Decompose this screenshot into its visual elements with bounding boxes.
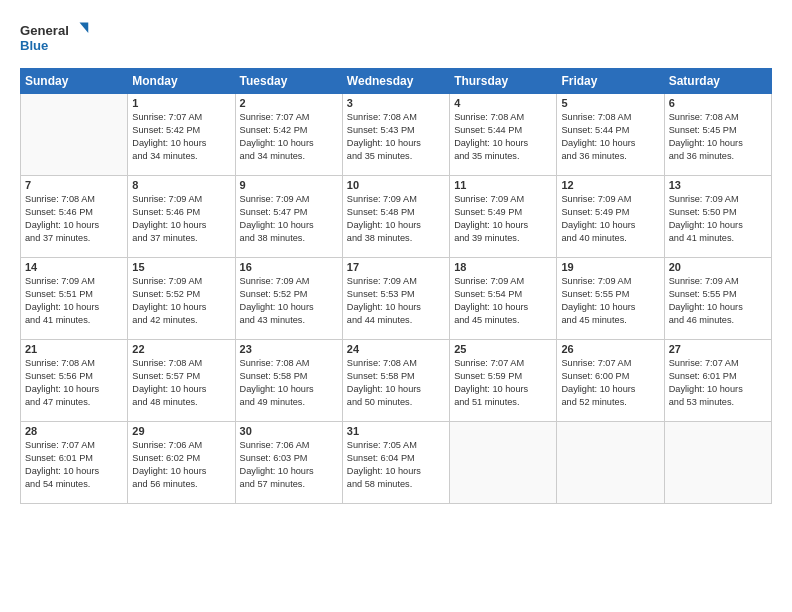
day-cell: [557, 422, 664, 504]
day-cell: 6Sunrise: 7:08 AM Sunset: 5:45 PM Daylig…: [664, 94, 771, 176]
day-cell: 20Sunrise: 7:09 AM Sunset: 5:55 PM Dayli…: [664, 258, 771, 340]
day-number: 26: [561, 343, 659, 355]
day-number: 1: [132, 97, 230, 109]
day-info: Sunrise: 7:08 AM Sunset: 5:57 PM Dayligh…: [132, 357, 230, 409]
day-info: Sunrise: 7:09 AM Sunset: 5:49 PM Dayligh…: [454, 193, 552, 245]
day-cell: 11Sunrise: 7:09 AM Sunset: 5:49 PM Dayli…: [450, 176, 557, 258]
day-cell: 10Sunrise: 7:09 AM Sunset: 5:48 PM Dayli…: [342, 176, 449, 258]
day-number: 14: [25, 261, 123, 273]
day-number: 12: [561, 179, 659, 191]
day-number: 24: [347, 343, 445, 355]
day-cell: 30Sunrise: 7:06 AM Sunset: 6:03 PM Dayli…: [235, 422, 342, 504]
week-row-1: 1Sunrise: 7:07 AM Sunset: 5:42 PM Daylig…: [21, 94, 772, 176]
week-row-3: 14Sunrise: 7:09 AM Sunset: 5:51 PM Dayli…: [21, 258, 772, 340]
svg-text:Blue: Blue: [20, 38, 48, 53]
weekday-header-sunday: Sunday: [21, 69, 128, 94]
day-info: Sunrise: 7:07 AM Sunset: 6:01 PM Dayligh…: [669, 357, 767, 409]
day-number: 27: [669, 343, 767, 355]
day-info: Sunrise: 7:09 AM Sunset: 5:50 PM Dayligh…: [669, 193, 767, 245]
day-number: 29: [132, 425, 230, 437]
week-row-4: 21Sunrise: 7:08 AM Sunset: 5:56 PM Dayli…: [21, 340, 772, 422]
day-info: Sunrise: 7:08 AM Sunset: 5:45 PM Dayligh…: [669, 111, 767, 163]
day-info: Sunrise: 7:05 AM Sunset: 6:04 PM Dayligh…: [347, 439, 445, 491]
day-info: Sunrise: 7:09 AM Sunset: 5:55 PM Dayligh…: [669, 275, 767, 327]
svg-marker-2: [80, 22, 89, 33]
day-number: 8: [132, 179, 230, 191]
day-number: 4: [454, 97, 552, 109]
day-cell: 27Sunrise: 7:07 AM Sunset: 6:01 PM Dayli…: [664, 340, 771, 422]
day-cell: 4Sunrise: 7:08 AM Sunset: 5:44 PM Daylig…: [450, 94, 557, 176]
day-number: 22: [132, 343, 230, 355]
day-cell: 24Sunrise: 7:08 AM Sunset: 5:58 PM Dayli…: [342, 340, 449, 422]
day-info: Sunrise: 7:08 AM Sunset: 5:44 PM Dayligh…: [561, 111, 659, 163]
day-cell: 19Sunrise: 7:09 AM Sunset: 5:55 PM Dayli…: [557, 258, 664, 340]
weekday-header-friday: Friday: [557, 69, 664, 94]
day-cell: 2Sunrise: 7:07 AM Sunset: 5:42 PM Daylig…: [235, 94, 342, 176]
day-info: Sunrise: 7:08 AM Sunset: 5:43 PM Dayligh…: [347, 111, 445, 163]
day-info: Sunrise: 7:08 AM Sunset: 5:58 PM Dayligh…: [347, 357, 445, 409]
day-number: 15: [132, 261, 230, 273]
day-info: Sunrise: 7:09 AM Sunset: 5:54 PM Dayligh…: [454, 275, 552, 327]
day-info: Sunrise: 7:07 AM Sunset: 6:00 PM Dayligh…: [561, 357, 659, 409]
day-cell: 15Sunrise: 7:09 AM Sunset: 5:52 PM Dayli…: [128, 258, 235, 340]
day-cell: 22Sunrise: 7:08 AM Sunset: 5:57 PM Dayli…: [128, 340, 235, 422]
day-info: Sunrise: 7:07 AM Sunset: 6:01 PM Dayligh…: [25, 439, 123, 491]
day-info: Sunrise: 7:09 AM Sunset: 5:55 PM Dayligh…: [561, 275, 659, 327]
day-number: 17: [347, 261, 445, 273]
logo-svg: General Blue: [20, 18, 90, 60]
page: General Blue SundayMondayTuesdayWednesda…: [0, 0, 792, 612]
day-cell: [21, 94, 128, 176]
day-cell: 1Sunrise: 7:07 AM Sunset: 5:42 PM Daylig…: [128, 94, 235, 176]
day-cell: 14Sunrise: 7:09 AM Sunset: 5:51 PM Dayli…: [21, 258, 128, 340]
weekday-header-row: SundayMondayTuesdayWednesdayThursdayFrid…: [21, 69, 772, 94]
day-cell: 9Sunrise: 7:09 AM Sunset: 5:47 PM Daylig…: [235, 176, 342, 258]
calendar: SundayMondayTuesdayWednesdayThursdayFrid…: [20, 68, 772, 504]
day-info: Sunrise: 7:08 AM Sunset: 5:58 PM Dayligh…: [240, 357, 338, 409]
day-cell: 29Sunrise: 7:06 AM Sunset: 6:02 PM Dayli…: [128, 422, 235, 504]
day-info: Sunrise: 7:09 AM Sunset: 5:51 PM Dayligh…: [25, 275, 123, 327]
day-info: Sunrise: 7:07 AM Sunset: 5:42 PM Dayligh…: [240, 111, 338, 163]
day-cell: 8Sunrise: 7:09 AM Sunset: 5:46 PM Daylig…: [128, 176, 235, 258]
day-info: Sunrise: 7:06 AM Sunset: 6:03 PM Dayligh…: [240, 439, 338, 491]
day-cell: 23Sunrise: 7:08 AM Sunset: 5:58 PM Dayli…: [235, 340, 342, 422]
weekday-header-tuesday: Tuesday: [235, 69, 342, 94]
day-cell: 13Sunrise: 7:09 AM Sunset: 5:50 PM Dayli…: [664, 176, 771, 258]
day-info: Sunrise: 7:07 AM Sunset: 5:42 PM Dayligh…: [132, 111, 230, 163]
day-cell: 17Sunrise: 7:09 AM Sunset: 5:53 PM Dayli…: [342, 258, 449, 340]
day-number: 13: [669, 179, 767, 191]
day-number: 7: [25, 179, 123, 191]
day-cell: 26Sunrise: 7:07 AM Sunset: 6:00 PM Dayli…: [557, 340, 664, 422]
day-number: 18: [454, 261, 552, 273]
day-cell: 7Sunrise: 7:08 AM Sunset: 5:46 PM Daylig…: [21, 176, 128, 258]
day-number: 10: [347, 179, 445, 191]
week-row-5: 28Sunrise: 7:07 AM Sunset: 6:01 PM Dayli…: [21, 422, 772, 504]
day-info: Sunrise: 7:09 AM Sunset: 5:46 PM Dayligh…: [132, 193, 230, 245]
day-number: 16: [240, 261, 338, 273]
day-cell: [450, 422, 557, 504]
day-info: Sunrise: 7:09 AM Sunset: 5:49 PM Dayligh…: [561, 193, 659, 245]
day-info: Sunrise: 7:08 AM Sunset: 5:56 PM Dayligh…: [25, 357, 123, 409]
day-number: 19: [561, 261, 659, 273]
day-number: 21: [25, 343, 123, 355]
day-number: 20: [669, 261, 767, 273]
day-info: Sunrise: 7:09 AM Sunset: 5:47 PM Dayligh…: [240, 193, 338, 245]
svg-text:General: General: [20, 23, 69, 38]
logo: General Blue: [20, 18, 90, 60]
day-cell: 25Sunrise: 7:07 AM Sunset: 5:59 PM Dayli…: [450, 340, 557, 422]
day-info: Sunrise: 7:08 AM Sunset: 5:44 PM Dayligh…: [454, 111, 552, 163]
weekday-header-thursday: Thursday: [450, 69, 557, 94]
day-info: Sunrise: 7:07 AM Sunset: 5:59 PM Dayligh…: [454, 357, 552, 409]
day-cell: 12Sunrise: 7:09 AM Sunset: 5:49 PM Dayli…: [557, 176, 664, 258]
day-number: 28: [25, 425, 123, 437]
day-number: 11: [454, 179, 552, 191]
day-number: 30: [240, 425, 338, 437]
day-info: Sunrise: 7:08 AM Sunset: 5:46 PM Dayligh…: [25, 193, 123, 245]
day-cell: 18Sunrise: 7:09 AM Sunset: 5:54 PM Dayli…: [450, 258, 557, 340]
day-cell: 28Sunrise: 7:07 AM Sunset: 6:01 PM Dayli…: [21, 422, 128, 504]
day-cell: 31Sunrise: 7:05 AM Sunset: 6:04 PM Dayli…: [342, 422, 449, 504]
day-number: 5: [561, 97, 659, 109]
header: General Blue: [20, 18, 772, 60]
day-info: Sunrise: 7:09 AM Sunset: 5:48 PM Dayligh…: [347, 193, 445, 245]
weekday-header-saturday: Saturday: [664, 69, 771, 94]
day-cell: 5Sunrise: 7:08 AM Sunset: 5:44 PM Daylig…: [557, 94, 664, 176]
